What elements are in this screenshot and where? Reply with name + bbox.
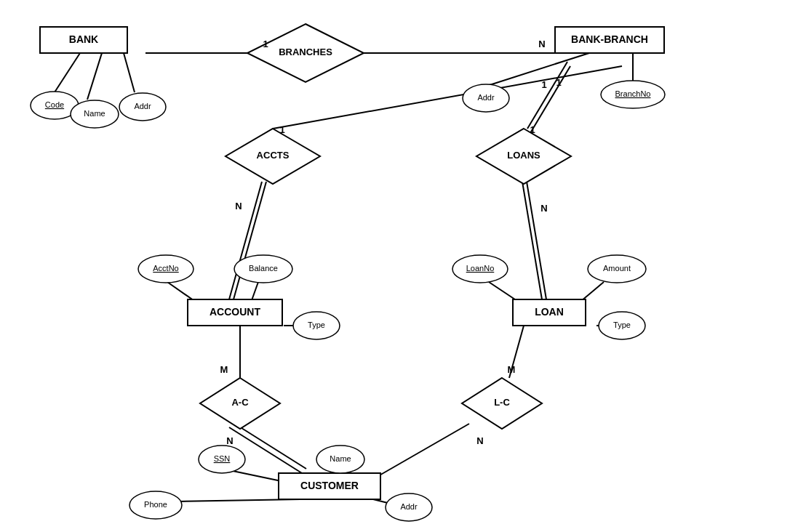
acct-acctno-label: AcctNo: [153, 264, 178, 273]
cardinality-ac-n: N: [226, 435, 233, 446]
cardinality-accts-1: 1: [279, 124, 284, 135]
cardinality-loans-1: 1: [530, 124, 535, 135]
bankbranch-loans-line2: [530, 66, 570, 133]
branches-label: BRANCHES: [279, 47, 332, 57]
cardinality-bb-loans-1: 1: [556, 77, 561, 88]
bank-branch-entity-label: BANK-BRANCH: [571, 33, 648, 45]
cust-name-label: Name: [330, 454, 351, 463]
cust-ssn-label: SSN: [214, 454, 231, 463]
bank-entity-label: BANK: [69, 33, 98, 45]
acct-balance-label: Balance: [249, 264, 278, 273]
loan-entity-label: LOAN: [535, 306, 564, 318]
customer-entity-label: CUSTOMER: [300, 480, 359, 491]
ac-label: A-C: [231, 397, 249, 408]
loans-loan-line1: [522, 182, 542, 299]
bank-name-line: [87, 53, 102, 100]
cust-phone-label: Phone: [144, 500, 167, 509]
bb-branchno-label: BranchNo: [615, 89, 651, 98]
cardinality-bb-accts-1: 1: [541, 79, 546, 90]
bank-name-label: Name: [84, 109, 105, 118]
loan-type-label: Type: [613, 321, 631, 329]
cardinality-accts-n: N: [235, 201, 242, 211]
cardinality-branches-1: 1: [263, 39, 268, 49]
bank-code-label: Code: [45, 100, 64, 109]
bank-addr-label: Addr: [134, 102, 151, 110]
loan-amount-label: Amount: [603, 264, 631, 273]
cardinality-lc-n: N: [476, 435, 483, 446]
lc-label: L-C: [494, 397, 510, 408]
bankbranch-loans-line1: [527, 62, 567, 129]
cardinality-lc-m: M: [508, 364, 516, 375]
loan-loanno-label: LoanNo: [466, 264, 495, 273]
cardinality-loans-n: N: [540, 203, 547, 214]
bankbranch-accts-line: [273, 66, 622, 129]
lc-customer-line: [373, 424, 469, 479]
loans-loan-line2: [527, 182, 546, 299]
loans-label: LOANS: [507, 150, 540, 161]
bb-addr-label: Addr: [477, 93, 495, 102]
cardinality-ac-m: M: [220, 364, 228, 375]
account-entity-label: ACCOUNT: [210, 306, 260, 318]
accts-label: ACCTS: [257, 150, 290, 161]
bank-code-line: [55, 53, 80, 92]
acct-type-label: Type: [308, 321, 325, 329]
cust-addr-label: Addr: [400, 502, 418, 511]
cardinality-branches-n: N: [538, 39, 545, 49]
bank-addr-line: [124, 53, 135, 92]
